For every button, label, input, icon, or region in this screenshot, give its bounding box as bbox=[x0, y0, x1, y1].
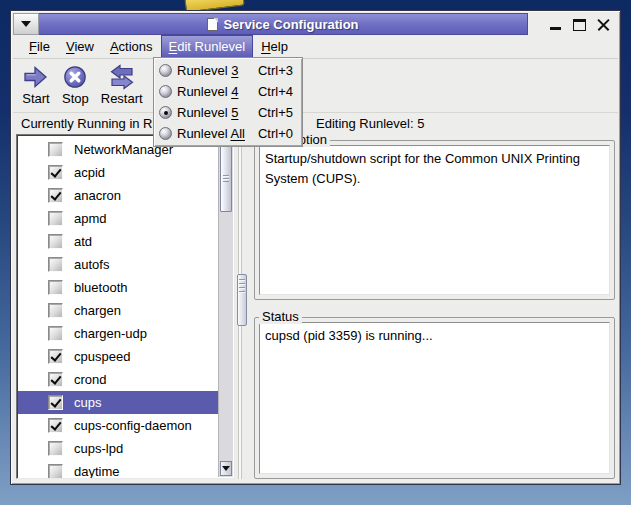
status-text: cupsd (pid 3359) is running... bbox=[259, 322, 610, 474]
service-row-acpid[interactable]: acpid bbox=[18, 161, 218, 184]
service-rows: NetworkManager acpid anacron apmd atd au… bbox=[18, 138, 218, 479]
service-checkbox[interactable] bbox=[48, 142, 63, 157]
service-row-chargen[interactable]: chargen bbox=[18, 299, 218, 322]
service-name: bluetooth bbox=[74, 280, 128, 295]
service-row-cups[interactable]: cups bbox=[18, 391, 218, 414]
service-checkbox[interactable] bbox=[48, 211, 63, 226]
edit-runlevel-menu-popup: Runlevel 3 Ctrl+3 Runlevel 4 Ctrl+4 Runl… bbox=[153, 57, 303, 147]
scrollbar-grip-icon bbox=[223, 175, 229, 182]
detail-panel: Description Startup/shutdown script for … bbox=[249, 134, 615, 479]
service-checkbox[interactable] bbox=[48, 303, 63, 318]
accel-runlevel-3: Ctrl+3 bbox=[258, 63, 293, 78]
stop-label: Stop bbox=[62, 91, 89, 106]
radio-runlevel-all-icon bbox=[159, 127, 172, 140]
service-row-anacron[interactable]: anacron bbox=[18, 184, 218, 207]
radio-runlevel-5-icon bbox=[159, 106, 172, 119]
service-row-apmd[interactable]: apmd bbox=[18, 207, 218, 230]
menu-item-runlevel-4[interactable]: Runlevel 4 Ctrl+4 bbox=[155, 81, 301, 102]
start-label: Start bbox=[22, 91, 49, 106]
status-frame: Status cupsd (pid 3359) is running... bbox=[254, 317, 615, 479]
service-row-chargen-udp[interactable]: chargen-udp bbox=[18, 322, 218, 345]
service-checkbox[interactable] bbox=[48, 326, 63, 341]
desktop-background: Service Configuration File View Actions … bbox=[0, 0, 631, 505]
service-checkbox[interactable] bbox=[48, 464, 63, 479]
service-name: cups-config-daemon bbox=[74, 418, 192, 433]
main-content: NetworkManager acpid anacron apmd atd au… bbox=[13, 134, 618, 482]
menubar: File View Actions Edit Runlevel Help bbox=[13, 35, 618, 59]
accel-runlevel-5: Ctrl+5 bbox=[258, 105, 293, 120]
window-menu-arrow-icon bbox=[21, 21, 31, 27]
minimize-button[interactable] bbox=[547, 17, 564, 32]
restart-button[interactable]: Restart bbox=[96, 62, 148, 108]
scrollbar-thumb[interactable] bbox=[220, 144, 232, 212]
service-checkbox[interactable] bbox=[48, 349, 63, 364]
service-row-crond[interactable]: crond bbox=[18, 368, 218, 391]
service-row-atd[interactable]: atd bbox=[18, 230, 218, 253]
stop-button[interactable]: Stop bbox=[57, 62, 94, 108]
service-name: cups-lpd bbox=[74, 441, 123, 456]
scrollbar-down-button[interactable] bbox=[220, 461, 232, 476]
service-row-cpuspeed[interactable]: cpuspeed bbox=[18, 345, 218, 368]
editing-runlevel-label: Editing Runlevel: 5 bbox=[316, 116, 424, 131]
menu-actions[interactable]: Actions bbox=[102, 35, 161, 58]
arrow-down-icon bbox=[222, 466, 230, 471]
service-checkbox[interactable] bbox=[48, 395, 63, 410]
service-name: chargen bbox=[74, 303, 121, 318]
service-checkbox[interactable] bbox=[48, 188, 63, 203]
document-icon bbox=[207, 18, 218, 31]
window-menu-button[interactable] bbox=[13, 13, 39, 35]
description-frame: Description Startup/shutdown script for … bbox=[254, 140, 615, 300]
service-name: autofs bbox=[74, 257, 109, 272]
menu-help[interactable]: Help bbox=[253, 35, 296, 58]
service-row-cups-lpd[interactable]: cups-lpd bbox=[18, 437, 218, 460]
service-checkbox[interactable] bbox=[48, 372, 63, 387]
menu-item-runlevel-5[interactable]: Runlevel 5 Ctrl+5 bbox=[155, 102, 301, 123]
splitter-grip-icon[interactable] bbox=[237, 274, 247, 326]
description-text: Startup/shutdown script for the Common U… bbox=[259, 145, 610, 295]
maximize-button[interactable] bbox=[571, 17, 588, 32]
restart-arrows-icon bbox=[108, 64, 136, 90]
menu-item-runlevel-3[interactable]: Runlevel 3 Ctrl+3 bbox=[155, 60, 301, 81]
titlebar: Service Configuration bbox=[13, 13, 618, 35]
service-checkbox[interactable] bbox=[48, 280, 63, 295]
stop-circle-icon bbox=[62, 64, 88, 90]
service-checkbox[interactable] bbox=[48, 234, 63, 249]
service-checkbox[interactable] bbox=[48, 257, 63, 272]
restart-label: Restart bbox=[101, 91, 143, 106]
titlebar-title-area[interactable]: Service Configuration bbox=[39, 13, 528, 35]
accel-runlevel-4: Ctrl+4 bbox=[258, 84, 293, 99]
service-name: acpid bbox=[74, 165, 105, 180]
service-row-cups-config-daemon[interactable]: cups-config-daemon bbox=[18, 414, 218, 437]
menu-item-runlevel-all[interactable]: Runlevel All Ctrl+0 bbox=[155, 123, 301, 144]
service-row-autofs[interactable]: autofs bbox=[18, 253, 218, 276]
service-name: daytime bbox=[74, 464, 120, 479]
window-controls bbox=[528, 13, 618, 35]
toolbar: Start Stop Re bbox=[13, 59, 618, 113]
close-icon bbox=[597, 18, 610, 31]
service-name: anacron bbox=[74, 188, 121, 203]
menu-file[interactable]: File bbox=[21, 35, 58, 58]
service-name: chargen-udp bbox=[74, 326, 147, 341]
accel-runlevel-all: Ctrl+0 bbox=[258, 126, 293, 141]
menu-view[interactable]: View bbox=[58, 35, 102, 58]
menu-edit-runlevel[interactable]: Edit Runlevel bbox=[161, 35, 254, 58]
service-checkbox[interactable] bbox=[48, 418, 63, 433]
service-list-scrollbar[interactable] bbox=[218, 136, 233, 477]
service-configuration-window: Service Configuration File View Actions … bbox=[10, 10, 621, 485]
minimize-icon bbox=[550, 27, 561, 30]
service-name: cpuspeed bbox=[74, 349, 130, 364]
close-button[interactable] bbox=[595, 17, 612, 32]
service-checkbox[interactable] bbox=[48, 165, 63, 180]
service-name: apmd bbox=[74, 211, 107, 226]
pane-splitter[interactable] bbox=[235, 134, 249, 479]
start-button[interactable]: Start bbox=[17, 62, 55, 108]
runlevel-status-row: Currently Running in Runlevel: 5 Editing… bbox=[13, 113, 618, 134]
service-row-daytime[interactable]: daytime bbox=[18, 460, 218, 479]
service-name: cups bbox=[74, 395, 101, 410]
start-arrow-icon bbox=[22, 64, 50, 90]
service-checkbox[interactable] bbox=[48, 441, 63, 456]
maximize-icon bbox=[573, 19, 586, 31]
status-frame-label: Status bbox=[259, 309, 302, 324]
service-row-bluetooth[interactable]: bluetooth bbox=[18, 276, 218, 299]
service-list[interactable]: NetworkManager acpid anacron apmd atd au… bbox=[16, 134, 235, 479]
